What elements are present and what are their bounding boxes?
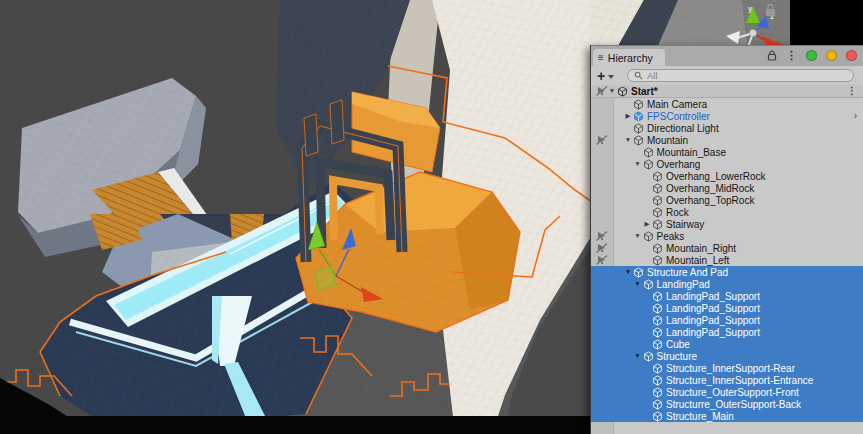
hierarchy-row[interactable]: Overhang_LowerRock: [591, 170, 863, 182]
gameobject-cube-icon: [643, 147, 654, 158]
prefab-cube-icon: [633, 111, 644, 122]
expander-icon[interactable]: ▼: [633, 353, 643, 360]
hierarchy-tree: ▼ Start* ⋮ Main Camera▶ FPSController› D…: [591, 85, 863, 434]
hierarchy-toolbar: + All: [591, 66, 863, 85]
hierarchy-row[interactable]: Overhang_TopRock: [591, 194, 863, 206]
gameobject-name: Structure And Pad: [647, 267, 728, 278]
gameobject-name: FPSController: [647, 111, 710, 122]
hierarchy-row[interactable]: LandingPad_Support: [591, 302, 863, 314]
expander-icon[interactable]: ▶: [642, 221, 652, 228]
expander-icon[interactable]: ▼: [633, 233, 643, 240]
gameobject-cube-icon: [652, 411, 663, 422]
expander-icon[interactable]: ▼: [633, 161, 643, 168]
expander-icon[interactable]: ▼: [607, 88, 617, 95]
gameobject-cube-icon: [652, 339, 663, 350]
window-button-green[interactable]: [806, 50, 817, 61]
window-menu-icon[interactable]: ⋮: [786, 50, 797, 61]
search-input[interactable]: All: [627, 69, 854, 82]
scene-name: Start*: [631, 86, 658, 97]
gameobject-name: Directional Light: [647, 123, 719, 134]
prefab-chevron-icon[interactable]: ›: [854, 110, 857, 122]
hierarchy-row[interactable]: Structure_InnerSupport-Entrance: [591, 374, 863, 386]
gameobject-name: Overhang_TopRock: [666, 195, 754, 206]
expander-icon[interactable]: ▼: [623, 137, 633, 144]
create-object-button[interactable]: +: [597, 69, 614, 83]
hierarchy-row[interactable]: ▶ FPSController›: [591, 110, 863, 122]
gameobject-name: LandingPad_Support: [666, 291, 760, 302]
gameobject-cube-icon: [633, 99, 644, 110]
plus-icon: +: [597, 69, 605, 83]
gameobject-cube-icon: [652, 315, 663, 326]
scene-header-row[interactable]: ▼ Start* ⋮: [591, 85, 863, 98]
window-button-red[interactable]: [846, 50, 857, 61]
hierarchy-row[interactable]: Structure_Main: [591, 410, 863, 422]
hierarchy-row[interactable]: Structure_OuterSupport-Front: [591, 386, 863, 398]
gameobject-cube-icon: [652, 207, 663, 218]
hierarchy-row[interactable]: LandingPad_Support: [591, 290, 863, 302]
gameobject-cube-icon: [652, 219, 663, 230]
pick-disabled-icon[interactable]: [596, 135, 608, 145]
gameobject-cube-icon: [652, 375, 663, 386]
gameobject-cube-icon: [652, 291, 663, 302]
pick-disabled-icon[interactable]: [596, 255, 608, 265]
gameobject-name: Peaks: [657, 231, 685, 242]
expander-icon[interactable]: ▶: [623, 113, 633, 120]
gameobject-name: Overhang_LowerRock: [666, 171, 766, 182]
pick-disabled-icon[interactable]: [596, 86, 608, 96]
hierarchy-row[interactable]: Main Camera: [591, 98, 863, 110]
gameobject-cube-icon: [633, 123, 644, 134]
gameobject-cube-icon: [652, 399, 663, 410]
gameobject-name: Structure_InnerSupport-Rear: [666, 363, 795, 374]
gameobject-name: Structure: [657, 351, 698, 362]
gameobject-cube-icon: [652, 183, 663, 194]
hierarchy-row[interactable]: Mountain_Base: [591, 146, 863, 158]
gameobject-cube-icon: [652, 171, 663, 182]
gameobject-name: Rock: [666, 207, 689, 218]
hierarchy-row[interactable]: Overhang_MidRock: [591, 182, 863, 194]
hierarchy-row[interactable]: ▼ Peaks: [591, 230, 863, 242]
hierarchy-window: ≡ Hierarchy ⋮ +: [590, 45, 863, 434]
hierarchy-row[interactable]: Cube: [591, 338, 863, 350]
pick-disabled-icon[interactable]: [596, 243, 608, 253]
gameobject-cube-icon: [652, 387, 663, 398]
gameobject-cube-icon: [652, 195, 663, 206]
tab-hierarchy[interactable]: ≡ Hierarchy: [593, 49, 665, 66]
hierarchy-row[interactable]: LandingPad_Support: [591, 326, 863, 338]
hierarchy-row[interactable]: ▼ Mountain: [591, 134, 863, 146]
gameobject-name: Structure_OuterSupport-Front: [666, 387, 799, 398]
gameobject-name: Mountain: [647, 135, 688, 146]
hierarchy-row[interactable]: ▼ Structure: [591, 350, 863, 362]
gameobject-cube-icon: [643, 159, 654, 170]
hierarchy-row[interactable]: ▶ Stairway: [591, 218, 863, 230]
gameobject-name: Mountain_Left: [666, 255, 729, 266]
gameobject-cube-icon: [643, 279, 654, 290]
unity-editor: y z x ≡ Hierarchy ⋮: [0, 0, 863, 434]
gameobject-name: Main Camera: [647, 99, 707, 110]
lock-icon[interactable]: [767, 50, 777, 61]
axis-y-label: y: [748, 4, 753, 13]
hierarchy-row[interactable]: Structure_InnerSupport-Rear: [591, 362, 863, 374]
hierarchy-tab-title: Hierarchy: [608, 52, 653, 64]
hierarchy-row[interactable]: Directional Light: [591, 122, 863, 134]
expander-icon[interactable]: ▼: [623, 269, 633, 276]
gameobject-cube-icon: [652, 255, 663, 266]
hierarchy-row[interactable]: ▼ LandingPad: [591, 278, 863, 290]
search-icon: [634, 71, 643, 80]
gameobject-cube-icon: [643, 351, 654, 362]
expander-icon[interactable]: ▼: [633, 281, 643, 288]
hierarchy-row[interactable]: Mountain_Right: [591, 242, 863, 254]
gameobject-name: LandingPad_Support: [666, 315, 760, 326]
gameobject-cube-icon: [643, 231, 654, 242]
search-placeholder: All: [647, 70, 658, 81]
hierarchy-row[interactable]: Mountain_Left: [591, 254, 863, 266]
hierarchy-tab-icon: ≡: [598, 53, 604, 63]
hierarchy-row[interactable]: Structurre_OuterSupport-Back: [591, 398, 863, 410]
window-button-yellow[interactable]: [826, 50, 837, 61]
gameobject-name: Overhang: [657, 159, 701, 170]
scene-menu-icon[interactable]: ⋮: [847, 85, 857, 97]
hierarchy-row[interactable]: Rock: [591, 206, 863, 218]
pick-disabled-icon[interactable]: [596, 231, 608, 241]
hierarchy-row[interactable]: ▼ Structure And Pad: [591, 266, 863, 278]
hierarchy-row[interactable]: LandingPad_Support: [591, 314, 863, 326]
hierarchy-row[interactable]: ▼ Overhang: [591, 158, 863, 170]
